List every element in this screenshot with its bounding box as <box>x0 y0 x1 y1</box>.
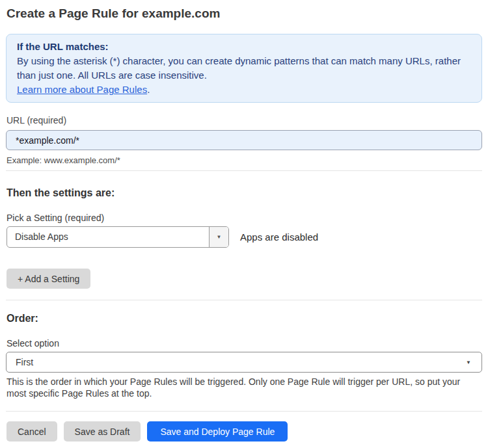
pick-setting-label: Pick a Setting (required) <box>7 213 481 223</box>
order-select-label: Select option <box>7 338 481 349</box>
info-box-heading: If the URL matches: <box>17 40 471 54</box>
url-field-label: URL (required) <box>7 116 481 125</box>
order-help-text: This is the order in which your Page Rul… <box>7 376 478 399</box>
divider <box>6 411 482 412</box>
divider <box>6 300 482 300</box>
settings-section-heading: Then the settings are: <box>7 187 481 199</box>
action-button-row: Cancel Save as Draft Save and Deploy Pag… <box>7 421 488 441</box>
order-section-heading: Order: <box>7 312 481 324</box>
learn-more-link[interactable]: Learn more about Page Rules <box>17 84 147 95</box>
caret-down-icon: ▼ <box>466 360 471 365</box>
add-setting-button[interactable]: + Add a Setting <box>7 269 90 289</box>
link-suffix: . <box>147 84 150 95</box>
order-select[interactable]: First ▼ <box>6 352 482 373</box>
cancel-button[interactable]: Cancel <box>7 421 57 441</box>
setting-status-text: Apps are disabled <box>240 231 318 243</box>
caret-down-icon[interactable]: ▼ <box>209 227 228 247</box>
page-title: Create a Page Rule for example.com <box>7 6 481 21</box>
url-input[interactable] <box>6 130 482 150</box>
order-select-value: First <box>16 357 33 367</box>
setting-dropdown[interactable]: Disable Apps ▼ <box>7 226 229 248</box>
setting-dropdown-value: Disable Apps <box>7 227 209 247</box>
info-box-body: By using the asterisk (*) character, you… <box>17 54 471 83</box>
url-example-hint: Example: www.example.com/* <box>7 155 481 165</box>
divider <box>6 170 482 171</box>
url-match-info-box: If the URL matches: By using the asteris… <box>6 34 482 103</box>
save-and-deploy-button[interactable]: Save and Deploy Page Rule <box>147 421 288 441</box>
info-box-link-line: Learn more about Page Rules. <box>17 83 471 97</box>
save-as-draft-button[interactable]: Save as Draft <box>64 421 141 441</box>
create-page-rule-panel: Create a Page Rule for example.com If th… <box>0 6 488 441</box>
setting-row: Disable Apps ▼ Apps are disabled <box>7 226 481 248</box>
